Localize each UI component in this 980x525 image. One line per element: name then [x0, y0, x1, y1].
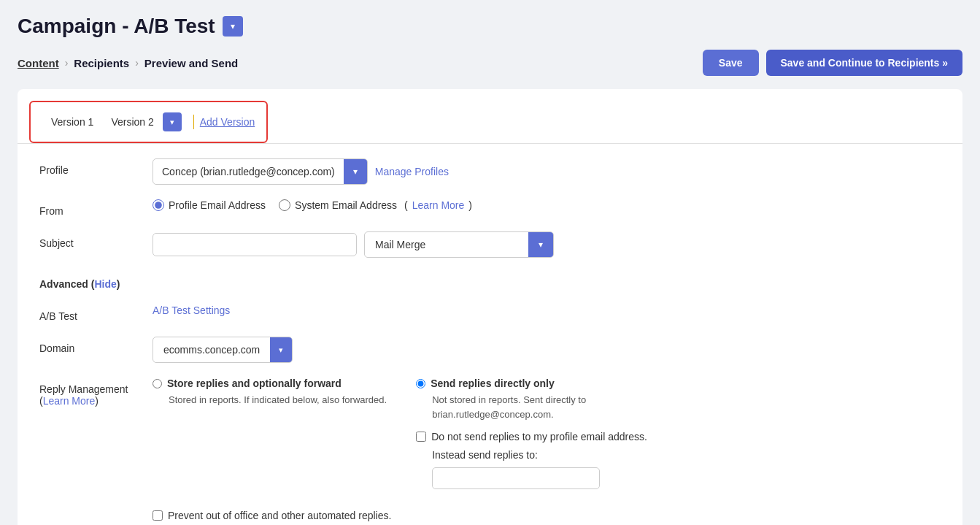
from-radio-group: Profile Email Address System Email Addre… — [153, 199, 472, 211]
reply-direct-title: Send replies directly only — [431, 378, 555, 389]
prevent-checkbox-label[interactable]: Prevent out of office and other automate… — [153, 510, 391, 521]
advanced-row: Advanced (Hide) — [39, 272, 941, 290]
domain-dropdown-button[interactable]: ▾ — [270, 337, 292, 362]
instead-send-label-text: Instead send replies to: — [432, 449, 686, 461]
mail-merge-wrapper: Mail Merge ▾ — [364, 231, 554, 258]
versions-wrapper: Version 1 Version 2 ▾ Add Version — [18, 89, 962, 143]
ab-test-label: A/B Test — [39, 304, 153, 322]
header-row: Content › Recipients › Preview and Send … — [18, 50, 962, 76]
title-dropdown-button[interactable]: ▾ — [223, 16, 243, 37]
reply-options: Store replies and optionally forward Sto… — [153, 378, 941, 489]
breadcrumb-preview-send[interactable]: Preview and Send — [144, 57, 238, 69]
from-profile-email-option[interactable]: Profile Email Address — [153, 199, 266, 211]
versions-divider — [193, 115, 194, 129]
reply-store-radio[interactable] — [153, 379, 162, 388]
prevent-controls: Prevent out of office and other automate… — [153, 504, 391, 525]
breadcrumb-content[interactable]: Content — [18, 57, 59, 69]
profile-select-wrapper: Concep (brian.rutledge@concep.com) ▾ — [153, 158, 368, 185]
profile-dropdown-button[interactable]: ▾ — [344, 159, 367, 184]
reply-direct-header: Send replies directly only — [416, 378, 686, 389]
ab-test-controls: A/B Test Settings — [153, 304, 941, 316]
from-profile-email-radio[interactable] — [153, 199, 164, 211]
form-section: Profile Concep (brian.rutledge@concep.co… — [18, 144, 962, 525]
do-not-send-checkbox-label[interactable]: Do not send replies to my profile email … — [416, 431, 686, 442]
page-title: Campaign - A/B Test — [18, 15, 215, 38]
mail-merge-value: Mail Merge — [365, 234, 528, 256]
main-card: Version 1 Version 2 ▾ Add Version Profil… — [18, 89, 962, 525]
breadcrumb-recipients[interactable]: Recipients — [74, 57, 129, 69]
profile-select-value: Concep (brian.rutledge@concep.com) — [153, 161, 344, 183]
breadcrumb-separator-1: › — [65, 57, 69, 69]
instead-send-input[interactable] — [432, 467, 600, 489]
version-2-tab[interactable]: Version 2 — [102, 113, 162, 131]
version-dropdown-button[interactable]: ▾ — [163, 112, 182, 131]
add-version-button[interactable]: Add Version — [200, 116, 255, 128]
page-title-row: Campaign - A/B Test ▾ — [18, 15, 962, 38]
prevent-row: Prevent out of office and other automate… — [39, 504, 941, 525]
domain-row: Domain ecomms.concep.com ▾ — [39, 337, 941, 363]
breadcrumb-separator-2: › — [135, 57, 139, 69]
from-system-email-label: System Email Address — [295, 199, 397, 211]
reply-store-header: Store replies and optionally forward — [153, 378, 387, 389]
do-not-send-label: Do not send replies to my profile email … — [431, 431, 647, 442]
subject-input[interactable] — [153, 233, 357, 256]
version-1-tab[interactable]: Version 1 — [42, 113, 102, 131]
reply-direct-desc: Not stored in reports. Sent directly to … — [432, 393, 686, 421]
from-system-email-paren-close: ) — [468, 199, 472, 211]
advanced-label: Advanced (Hide) — [39, 272, 153, 290]
save-continue-button[interactable]: Save and Continue to Recipients » — [766, 50, 963, 76]
manage-profiles-link[interactable]: Manage Profiles — [375, 166, 449, 177]
subject-label: Subject — [39, 231, 153, 249]
profile-row: Profile Concep (brian.rutledge@concep.co… — [39, 158, 941, 185]
reply-store-title: Store replies and optionally forward — [167, 378, 342, 389]
ab-test-settings-link[interactable]: A/B Test Settings — [153, 304, 230, 316]
reply-management-label-text: Reply Management — [39, 383, 128, 395]
reply-management-learn-more-link[interactable]: Learn More — [43, 395, 96, 407]
reply-management-paren-close: ) — [95, 395, 99, 407]
domain-select-value: ecomms.concep.com — [153, 339, 270, 361]
do-not-send-checkbox[interactable] — [416, 432, 426, 442]
subject-controls: Mail Merge ▾ — [153, 231, 941, 258]
ab-test-row: A/B Test A/B Test Settings — [39, 304, 941, 322]
profile-label: Profile — [39, 158, 153, 176]
reply-management-row: Reply Management (Learn More) Store repl… — [39, 378, 941, 489]
domain-select-wrapper: ecomms.concep.com ▾ — [153, 337, 293, 363]
page-container: Campaign - A/B Test ▾ Content › Recipien… — [0, 0, 980, 525]
versions-bar: Version 1 Version 2 ▾ Add Version — [29, 101, 268, 143]
reply-direct-radio[interactable] — [416, 379, 425, 388]
reply-management-label: Reply Management (Learn More) — [39, 378, 153, 407]
from-row: From Profile Email Address System Email … — [39, 199, 941, 217]
reply-store-desc: Stored in reports. If indicated below, a… — [169, 393, 387, 407]
from-controls: Profile Email Address System Email Addre… — [153, 199, 941, 211]
advanced-label-text: Advanced — [39, 278, 88, 290]
header-buttons: Save Save and Continue to Recipients » — [703, 50, 962, 76]
domain-label: Domain — [39, 337, 153, 354]
mail-merge-dropdown-button[interactable]: ▾ — [528, 232, 553, 257]
subject-row: Subject Mail Merge ▾ — [39, 231, 941, 258]
from-system-email-option[interactable]: System Email Address ( Learn More ) — [279, 199, 472, 211]
reply-option-direct: Send replies directly only Not stored in… — [416, 378, 686, 489]
breadcrumb: Content › Recipients › Preview and Send — [18, 57, 238, 69]
from-learn-more-link[interactable]: Learn More — [412, 199, 465, 211]
from-label: From — [39, 199, 153, 217]
from-system-email-radio[interactable] — [279, 199, 290, 211]
profile-controls: Concep (brian.rutledge@concep.com) ▾ Man… — [153, 158, 941, 185]
reply-option-store: Store replies and optionally forward Sto… — [153, 378, 387, 489]
domain-controls: ecomms.concep.com ▾ — [153, 337, 941, 363]
advanced-paren-close: ) — [117, 278, 120, 290]
prevent-checkbox[interactable] — [153, 510, 163, 521]
from-system-email-paren-open: ( — [401, 199, 408, 211]
from-profile-email-label: Profile Email Address — [169, 199, 266, 211]
save-button[interactable]: Save — [703, 50, 759, 76]
advanced-hide-link[interactable]: Hide — [94, 278, 116, 290]
prevent-label: Prevent out of office and other automate… — [168, 510, 391, 521]
